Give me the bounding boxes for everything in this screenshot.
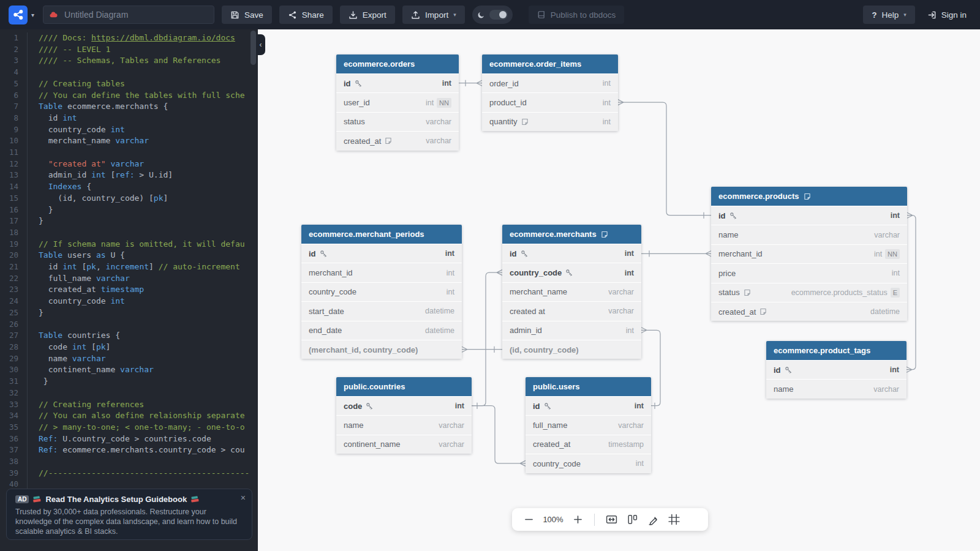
field-row-quantity[interactable]: quantityint [482, 112, 618, 131]
field-row-user_id[interactable]: user_idintNN [336, 92, 459, 111]
ad-body-text: Trusted by 30,000+ data professionals. R… [15, 507, 243, 536]
save-button[interactable]: Save [222, 6, 272, 24]
frame-icon [668, 514, 680, 525]
field-row-id[interactable]: idint [502, 244, 641, 263]
line-number: 35 [0, 422, 27, 433]
ad-close-button[interactable]: × [241, 493, 246, 503]
relationship-line-order_items.product_id-products.id[interactable] [618, 100, 711, 219]
note-icon [601, 231, 608, 238]
code-line: 3//// -- Schemas, Tables and References [0, 55, 258, 67]
share-button[interactable]: Share [279, 6, 333, 24]
import-button[interactable]: Import ▾ [402, 6, 465, 24]
relationship-line-countries.code-merchants.country_code[interactable] [472, 270, 502, 409]
field-row-product_id[interactable]: product_idint [482, 92, 618, 111]
table-users[interactable]: public.usersidintfull_namevarcharcreated… [526, 377, 651, 473]
table-header-merchants[interactable]: ecommerce.merchants [502, 225, 641, 244]
field-name: (id, country_code) [510, 345, 579, 354]
field-row-price[interactable]: priceint [711, 263, 907, 282]
line-number: 32 [0, 388, 27, 399]
field-row-merchant_id[interactable]: merchant_idintNN [711, 244, 907, 263]
field-row-end_date[interactable]: end_datedatetime [301, 321, 462, 340]
relationship-line-merchants.id-products.merchant_id[interactable] [641, 251, 711, 257]
field-row-name[interactable]: namevarchar [766, 379, 907, 398]
diagram-canvas[interactable]: ecommerce.ordersidintuser_idintNNstatusv… [258, 29, 980, 551]
table-header-products[interactable]: ecommerce.products [711, 187, 907, 206]
field-row-composite[interactable]: (id, country_code) [502, 340, 641, 359]
field-row-id[interactable]: idint [526, 396, 651, 415]
field-row-created_at[interactable]: created_atdatetime [711, 302, 907, 321]
code-line: 34// You can also define relaionship sep… [0, 410, 258, 422]
diagram-title-input[interactable] [43, 6, 214, 24]
field-row-created_at[interactable]: created_attimestamp [526, 435, 651, 454]
zoom-out-button[interactable] [519, 511, 538, 529]
field-row-status[interactable]: statusecommerce.products_statusE [711, 283, 907, 302]
table-products[interactable]: ecommerce.productsidintnamevarcharmercha… [711, 187, 907, 321]
field-row-order_id[interactable]: order_idint [482, 73, 618, 92]
field-row-code[interactable]: codeint [336, 396, 472, 415]
table-countries[interactable]: public.countriescodeintnamevarcharcontin… [336, 377, 472, 454]
field-row-admin_id[interactable]: admin_idint [502, 321, 641, 340]
collapse-editor-button[interactable]: ‹ [256, 34, 265, 55]
dbml-code-editor[interactable]: 1//// Docs: https://dbml.dbdiagram.io/do… [0, 29, 258, 551]
field-row-country_code[interactable]: country_codeint [502, 263, 641, 282]
line-number: 1 [0, 32, 27, 44]
export-button[interactable]: Export [340, 6, 395, 24]
table-header-merchant_periods[interactable]: ecommerce.merchant_periods [301, 225, 462, 244]
table-title: ecommerce.product_tags [774, 346, 870, 355]
field-row-merchant_name[interactable]: merchant_namevarchar [502, 282, 641, 301]
field-row-name[interactable]: namevarchar [336, 415, 472, 434]
field-row-country_code[interactable]: country_codeint [526, 454, 651, 473]
line-number: 36 [0, 433, 27, 445]
table-header-orders[interactable]: ecommerce.orders [336, 54, 459, 73]
ad-banner[interactable]: AD Read The Analytics Setup Guidebook Tr… [6, 489, 252, 540]
table-order_items[interactable]: ecommerce.order_itemsorder_idintproduct_… [482, 54, 618, 131]
field-row-id[interactable]: idint [336, 73, 459, 92]
field-row-merchant_id[interactable]: merchant_idint [301, 263, 462, 282]
field-badge-NN: NN [885, 249, 900, 259]
sign-in-button[interactable]: Sign in [922, 6, 971, 24]
table-header-product_tags[interactable]: ecommerce.product_tags [766, 341, 907, 360]
highlighter-button[interactable] [644, 511, 662, 529]
field-row-status[interactable]: statusvarchar [336, 112, 459, 131]
toggle-knob [499, 11, 507, 18]
table-merchant_periods[interactable]: ecommerce.merchant_periodsidintmerchant_… [301, 225, 462, 359]
auto-arrange-button[interactable] [623, 511, 641, 529]
relationship-line-merchant_periods.composite-merchants.composite[interactable] [462, 347, 502, 352]
field-row-created at[interactable]: created atvarchar [502, 301, 641, 320]
field-row-start_date[interactable]: start_datedatetime [301, 301, 462, 320]
table-header-order_items[interactable]: ecommerce.order_items [482, 54, 618, 73]
table-merchants[interactable]: ecommerce.merchantsidintcountry_codeintm… [502, 225, 641, 359]
field-row-composite[interactable]: (merchant_id, country_code) [301, 340, 462, 359]
code-line: 27Table countries { [0, 330, 258, 342]
table-orders[interactable]: ecommerce.ordersidintuser_idintNNstatusv… [336, 54, 459, 151]
table-product_tags[interactable]: ecommerce.product_tagsidintnamevarchar [766, 341, 907, 399]
field-type: varchar [430, 421, 464, 430]
books-icon [32, 495, 42, 503]
field-row-id[interactable]: idint [711, 206, 907, 225]
field-row-country_code[interactable]: country_codeint [301, 282, 462, 301]
publish-dbdocs-button[interactable]: Publish to dbdocs [529, 6, 625, 24]
help-button[interactable]: ? Help ▾ [863, 6, 914, 24]
relationship-line-orders.id-order_items.order_id[interactable] [459, 80, 482, 86]
field-row-name[interactable]: namevarchar [711, 225, 907, 244]
code-text: //// Docs: https://dbml.dbdiagram.io/doc… [27, 32, 258, 44]
table-header-users[interactable]: public.users [526, 377, 651, 396]
dark-mode-toggle[interactable] [472, 6, 513, 24]
table-header-countries[interactable]: public.countries [336, 377, 472, 396]
field-row-created_at[interactable]: created_atvarchar [336, 131, 459, 150]
line-number: 7 [0, 101, 27, 113]
relationship-line-countries.code-users.country_code[interactable] [472, 406, 526, 467]
field-row-full_name[interactable]: full_namevarchar [526, 415, 651, 434]
fit-to-screen-button[interactable] [602, 511, 620, 529]
field-row-continent_name[interactable]: continent_namevarchar [336, 435, 472, 454]
field-row-id[interactable]: idint [766, 360, 907, 379]
logo-chevron-down-icon[interactable]: ▾ [31, 12, 34, 18]
field-row-id[interactable]: idint [301, 244, 462, 263]
editor-scrollbar-thumb[interactable] [251, 31, 256, 65]
field-name: id [533, 402, 540, 411]
app-logo[interactable] [9, 6, 28, 24]
frame-button[interactable] [665, 511, 683, 529]
relationship-line-products.id-product_tags.id[interactable] [907, 212, 916, 372]
save-label: Save [244, 10, 263, 20]
zoom-in-button[interactable] [568, 511, 587, 529]
